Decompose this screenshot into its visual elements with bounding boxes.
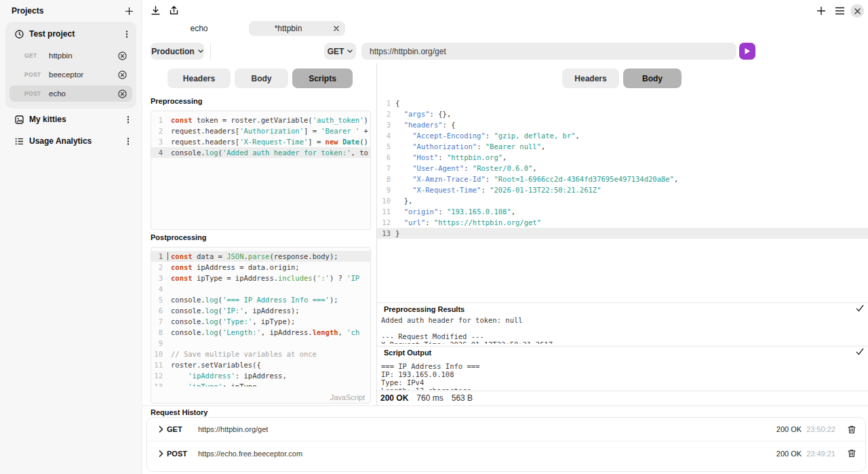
sidebar-item-label: My kitties — [29, 115, 124, 124]
url-input[interactable] — [361, 43, 736, 60]
history-time: 23:50:22 — [806, 425, 835, 433]
image-icon — [15, 115, 24, 124]
code-line: 4 — [151, 283, 370, 294]
preprocessing-label: Preprocessing — [151, 97, 202, 105]
response-body-viewer[interactable]: 1{2 "args": {},3 "headers": {4 "Accept-E… — [377, 94, 868, 244]
code-line: 4 "Accept-Encoding": "gzip, deflate, br"… — [377, 130, 868, 141]
sidebar-item-usage-analytics[interactable]: Usage Analytics — [5, 133, 136, 149]
close-window-icon[interactable] — [850, 4, 864, 18]
environment-selector[interactable]: Production — [151, 43, 204, 60]
history-url: https://echo.free.beeceptor.com — [198, 450, 776, 458]
code-line: 10// Save multiple variables at once — [151, 349, 370, 359]
sidebar-title: Projects — [12, 6, 43, 16]
code-line: 8 "X-Amzn-Trace-Id": "Root=1-6966cc2d-43… — [377, 174, 868, 184]
export-icon[interactable] — [169, 5, 179, 16]
code-line: 9 — [151, 338, 370, 349]
success-check-icon — [856, 304, 864, 312]
code-line: 1{ — [377, 98, 868, 108]
code-line: 6 "Host": "httpbin.org", — [377, 152, 868, 163]
sidebar-request-beeceptor[interactable]: POSTbeeceptor — [9, 66, 132, 83]
history-status: 200 OK — [776, 425, 802, 433]
toolbar-divider — [210, 43, 211, 60]
remove-request-icon[interactable] — [118, 52, 127, 60]
history-row[interactable]: POSThttps://echo.free.beeceptor.com200 O… — [147, 441, 865, 465]
preprocessing-editor[interactable]: 1const token = roster.getVariable('auth_… — [151, 111, 371, 230]
project-menu-icon[interactable] — [123, 30, 131, 39]
history-time: 23:49:21 — [806, 450, 835, 458]
request-name: httpbin — [49, 52, 118, 60]
code-line: 11 "origin": "193.165.0.108", — [377, 206, 868, 217]
history-method: POST — [167, 450, 194, 458]
history-method: GET — [167, 425, 194, 433]
document-tab-echo[interactable]: echo — [151, 21, 248, 36]
sidebar-request-echo[interactable]: POSTecho — [9, 85, 132, 102]
request-history-title: Request History — [151, 408, 208, 416]
code-line: 1const data = JSON.parse(response.body); — [151, 251, 370, 262]
sidebar-item-label: Usage Analytics — [29, 136, 124, 146]
code-line: 6console.log('IP:', ipAddress); — [151, 305, 370, 316]
status-code: 200 OK — [380, 393, 408, 403]
environment-label: Production — [151, 47, 194, 56]
code-line: 4console.log('Added auth header for toke… — [151, 147, 370, 158]
postprocessing-editor[interactable]: 1const data = JSON.parse(response.body);… — [151, 247, 371, 403]
history-row[interactable]: GEThttps://httpbin.org/get200 OK23:50:22 — [147, 418, 865, 441]
menu-icon[interactable] — [835, 7, 845, 15]
sidebar-request-httpbin[interactable]: GEThttpbin — [9, 47, 132, 64]
response-tab-headers[interactable]: Headers — [562, 68, 619, 88]
code-line: 12 "url": "https://httpbin.org/get" — [377, 217, 868, 228]
kitties-menu-icon[interactable] — [124, 115, 132, 124]
clock-icon — [15, 30, 24, 39]
response-tab-body[interactable]: Body — [623, 68, 682, 88]
trash-icon[interactable] — [848, 449, 856, 458]
tab-label: echo — [190, 24, 208, 33]
code-line: 1const token = roster.getVariable('auth_… — [151, 115, 370, 125]
section-divider — [377, 346, 868, 347]
chevron-right-icon[interactable] — [158, 426, 164, 433]
chevron-right-icon[interactable] — [158, 450, 164, 457]
code-line: 3 "headers": { — [377, 119, 868, 130]
main-area: echo*httpbin Production GET HeadersBodyS… — [142, 0, 868, 474]
remove-request-icon[interactable] — [118, 90, 127, 98]
postprocessing-label: Postprocessing — [151, 233, 207, 241]
preprocessing-results-title: Preprocessing Results — [384, 305, 465, 313]
code-line: 8console.log('Length:', ipAddress.length… — [151, 327, 370, 338]
history-url: https://httpbin.org/get — [198, 425, 776, 433]
code-line: 10 }, — [377, 195, 868, 206]
send-request-button[interactable] — [739, 43, 755, 60]
close-tab-icon[interactable] — [334, 26, 339, 31]
sidebar: Projects Test project GEThttpbinPOSTbeec… — [0, 0, 142, 474]
request-name: beeceptor — [49, 71, 118, 79]
project-name: Test project — [29, 29, 123, 39]
status-size: 563 B — [452, 393, 473, 403]
analytics-menu-icon[interactable] — [124, 137, 132, 146]
code-line: 3const ipType = ipAddress.includes(':') … — [151, 273, 370, 283]
request-tab-body[interactable]: Body — [235, 68, 288, 88]
import-icon[interactable] — [151, 5, 161, 16]
remove-request-icon[interactable] — [118, 71, 127, 79]
success-check-icon — [856, 348, 864, 355]
request-tab-headers[interactable]: Headers — [167, 68, 231, 88]
method-selector[interactable]: GET — [324, 43, 356, 60]
code-line: 7 "User-Agent": "Roster/0.6.0", — [377, 163, 868, 174]
code-line: 5 "Authorization": "Bearer null", — [377, 141, 868, 152]
code-line: 13 'ipType': ipType, — [151, 381, 370, 387]
request-method-label: GET — [24, 52, 45, 59]
project-group-header[interactable]: Test project — [9, 26, 132, 42]
history-status: 200 OK — [776, 450, 802, 458]
document-tab-httpbin[interactable]: *httpbin — [249, 21, 345, 36]
chevron-down-icon — [347, 50, 353, 53]
trash-icon[interactable] — [848, 425, 856, 434]
request-name: echo — [49, 90, 118, 98]
new-tab-icon[interactable] — [816, 6, 826, 16]
code-line: 5console.log('=== IP Address Info ==='); — [151, 294, 370, 305]
method-label: GET — [328, 47, 344, 56]
history-divider — [142, 406, 868, 406]
code-line: 3request.headers['X-Request-Time'] = new… — [151, 136, 370, 147]
script-output-content: === IP Address Info ===IP: 193.165.0.108… — [381, 362, 867, 390]
add-project-icon[interactable] — [125, 7, 134, 16]
project-group: Test project GEThttpbinPOSTbeeceptorPOST… — [5, 22, 136, 108]
section-divider — [377, 302, 868, 303]
sidebar-item-my-kitties[interactable]: My kitties — [5, 111, 136, 127]
request-tab-scripts[interactable]: Scripts — [292, 68, 353, 88]
code-line: 2const ipAddress = data.origin; — [151, 262, 370, 273]
